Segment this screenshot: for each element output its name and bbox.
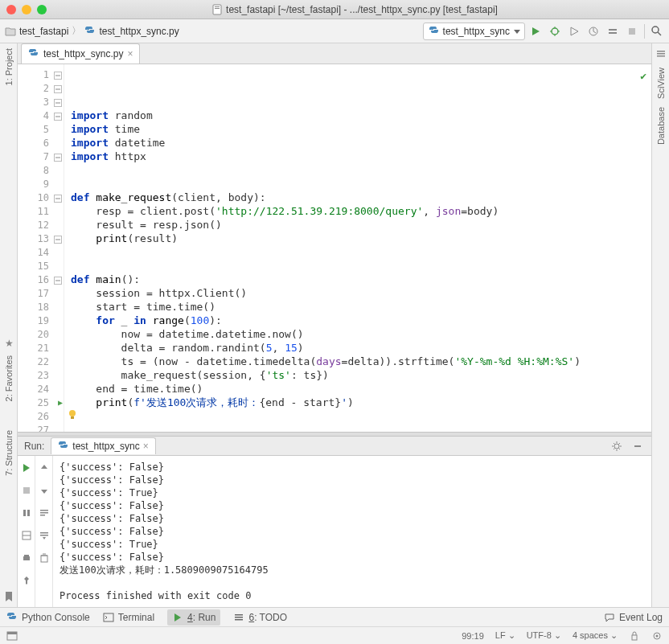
expand-icon[interactable] [655, 48, 667, 59]
code-content[interactable]: ✔ import randomimport timeimport datetim… [64, 64, 651, 432]
gear-icon[interactable] [609, 439, 624, 453]
structure-tool-button[interactable]: 7: Structure [4, 430, 14, 476]
editor-tab[interactable]: test_httpx_sync.py × [21, 43, 140, 64]
svg-rect-9 [609, 29, 617, 31]
svg-rect-11 [629, 28, 635, 35]
sciview-tool-button[interactable]: SciView [656, 68, 666, 99]
star-icon[interactable]: ★ [5, 338, 14, 349]
breadcrumb: test_fastapi 〉 test_httpx_sync.py [5, 24, 420, 38]
minimize-window-button[interactable] [22, 5, 31, 14]
zoom-window-button[interactable] [37, 5, 47, 14]
bookmark-icon[interactable] [3, 591, 14, 602]
encoding[interactable]: UTF-8 ⌄ [527, 630, 561, 641]
terminal-button[interactable]: Terminal [103, 612, 154, 623]
run-actions-primary [18, 456, 35, 607]
run-tool-window: Run: test_httpx_sync × [18, 437, 651, 607]
svg-rect-60 [104, 613, 113, 621]
inspector-icon[interactable] [651, 630, 663, 642]
run-body: {'success': False} {'success': False} {'… [18, 456, 651, 607]
svg-point-12 [652, 27, 659, 33]
editor-area: test_httpx_sync.py × 1234567891011121314… [18, 43, 651, 607]
window-title-text: test_fastapi [~/test_fastapi] - .../test… [226, 4, 498, 15]
window-icon[interactable] [6, 630, 18, 642]
editor[interactable]: 1234567891011121314151617181920212223242… [18, 64, 651, 432]
stop-button[interactable] [625, 24, 639, 39]
run-toolwindow-label: 4: Run [187, 612, 215, 623]
coverage-button[interactable] [567, 24, 581, 39]
run-actions-secondary [35, 456, 53, 607]
pyfile-icon [58, 441, 69, 452]
rerun-button[interactable] [19, 461, 34, 475]
svg-rect-66 [632, 635, 637, 640]
svg-line-37 [614, 443, 615, 445]
svg-rect-61 [235, 614, 243, 616]
status-bar: 99:19 LF ⌄ UTF-8 ⌄ 4 spaces ⌄ [0, 626, 669, 644]
gutter[interactable]: 1234567891011121314151617181920212223242… [18, 64, 64, 432]
python-icon [6, 612, 18, 623]
svg-rect-0 [213, 5, 221, 14]
svg-point-32 [614, 444, 619, 449]
pyfile-icon [28, 48, 39, 59]
title-bar: test_fastapi [~/test_fastapi] - .../test… [0, 0, 669, 19]
up-icon[interactable] [37, 461, 51, 475]
svg-line-13 [658, 32, 661, 35]
run-header: Run: test_httpx_sync × [18, 437, 651, 456]
svg-point-3 [552, 28, 558, 35]
todo-label: 6: TODO [248, 612, 287, 623]
attach-button[interactable] [605, 24, 620, 39]
project-tool-button[interactable]: 1: Project [4, 48, 14, 85]
run-tab[interactable]: test_httpx_sync × [51, 437, 155, 454]
svg-rect-54 [41, 556, 47, 562]
terminal-label: Terminal [118, 612, 154, 623]
pause-button[interactable] [19, 506, 34, 520]
stop-button[interactable] [19, 483, 34, 498]
layout-button[interactable] [19, 528, 34, 543]
indent[interactable]: 4 spaces ⌄ [573, 630, 618, 641]
svg-rect-48 [24, 555, 29, 556]
play-icon [172, 612, 183, 623]
caret-position[interactable]: 99:19 [462, 631, 484, 641]
svg-rect-44 [27, 510, 30, 516]
database-tool-button[interactable]: Database [656, 107, 666, 145]
breadcrumb-project[interactable]: test_fastapi [19, 26, 68, 37]
softwrap-button[interactable] [37, 506, 51, 520]
lock-icon[interactable] [629, 630, 640, 642]
run-toolwindow-button[interactable]: 4: Run [167, 609, 220, 626]
event-log-label: Event Log [619, 612, 663, 623]
run-button[interactable] [528, 24, 543, 39]
close-icon[interactable]: × [127, 48, 133, 59]
folder-icon [5, 26, 16, 37]
hide-button[interactable] [630, 439, 645, 453]
svg-rect-1 [215, 6, 220, 7]
svg-rect-65 [7, 632, 17, 634]
clear-button[interactable] [37, 551, 51, 565]
favorites-tool-button[interactable]: 2: Favorites [4, 355, 14, 401]
debug-button[interactable] [548, 24, 562, 39]
close-window-button[interactable] [6, 5, 16, 14]
run-config-selector[interactable]: test_httpx_sync [423, 23, 525, 40]
svg-rect-51 [40, 515, 45, 516]
svg-rect-47 [23, 556, 30, 560]
line-separator[interactable]: LF ⌄ [495, 630, 515, 641]
run-output[interactable]: {'success': False} {'success': False} {'… [53, 456, 651, 607]
pyfile-icon [429, 26, 440, 37]
list-icon [233, 612, 244, 623]
svg-rect-58 [657, 53, 665, 55]
search-everywhere-button[interactable] [650, 24, 664, 39]
pin-icon[interactable] [19, 573, 34, 588]
terminal-icon [103, 612, 114, 623]
scroll-to-end-button[interactable] [37, 528, 51, 543]
svg-rect-41 [634, 445, 641, 447]
down-icon[interactable] [37, 483, 51, 498]
profile-button[interactable] [586, 24, 601, 39]
svg-rect-42 [23, 487, 30, 494]
close-icon[interactable]: × [143, 441, 149, 452]
breadcrumb-file[interactable]: test_httpx_sync.py [99, 26, 179, 37]
todo-button[interactable]: 6: TODO [233, 612, 287, 623]
editor-tabs: test_httpx_sync.py × [18, 43, 651, 64]
print-button[interactable] [19, 551, 34, 565]
python-console-button[interactable]: Python Console [6, 612, 90, 623]
svg-rect-50 [40, 512, 48, 514]
event-log-button[interactable]: Event Log [604, 612, 663, 623]
svg-rect-59 [657, 55, 665, 57]
